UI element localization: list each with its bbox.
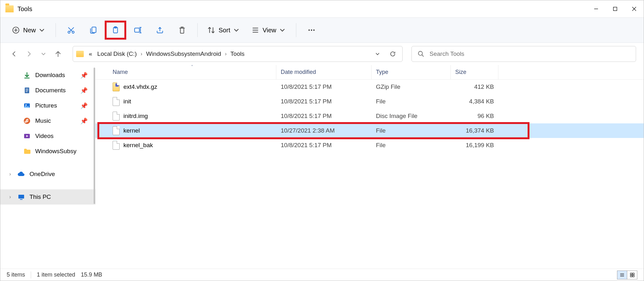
column-header-size[interactable]: Size — [451, 65, 498, 79]
svg-rect-33 — [26, 91, 28, 92]
sort-icon — [207, 26, 215, 34]
breadcrumb-item[interactable]: Local Disk (C:) — [96, 49, 138, 59]
cloud-icon — [17, 170, 25, 178]
address-dropdown-button[interactable] — [371, 48, 384, 60]
pictures-icon — [23, 102, 31, 109]
cut-button[interactable] — [62, 22, 81, 38]
minimize-button[interactable] — [587, 0, 606, 17]
refresh-button[interactable] — [386, 48, 399, 60]
sidebar-scrollbar[interactable] — [93, 66, 95, 267]
folder-icon — [23, 147, 31, 155]
file-name: ext4.vhdx.gz — [123, 83, 157, 90]
sidebar-item-onedrive[interactable]: › OneDrive — [0, 167, 95, 182]
file-size: 16,199 KB — [451, 142, 498, 149]
delete-button[interactable] — [173, 22, 192, 38]
sidebar-item-thispc[interactable]: › This PC — [0, 189, 95, 205]
svg-rect-31 — [26, 89, 28, 89]
file-size: 96 KB — [451, 113, 498, 120]
toolbar: New Sort View — [0, 17, 644, 43]
sidebar-item[interactable]: Videos — [0, 128, 95, 144]
file-row[interactable]: init 10/8/2021 5:17 PM File 4,384 KB — [95, 94, 644, 109]
column-header-name[interactable]: Name ˄ — [108, 65, 276, 79]
thumbnails-view-button[interactable] — [627, 271, 637, 279]
forward-button[interactable] — [23, 48, 35, 60]
chevron-down-icon — [38, 26, 46, 34]
view-toggle-group — [617, 271, 637, 279]
back-button[interactable] — [8, 48, 21, 60]
search-icon — [417, 50, 424, 57]
copy-icon — [89, 26, 97, 34]
search-input[interactable] — [430, 50, 630, 57]
sidebar-item-label: This PC — [30, 193, 51, 200]
file-date: 10/8/2021 5:17 PM — [276, 98, 371, 105]
sidebar-item-label: Music — [35, 117, 51, 124]
sidebar-item-label: Downloads — [35, 72, 65, 79]
pin-icon: 📌 — [80, 117, 88, 125]
breadcrumb-item[interactable]: Tools — [229, 49, 246, 59]
sidebar-item[interactable]: Downloads 📌 — [0, 68, 95, 83]
svg-point-35 — [25, 104, 27, 106]
download-icon — [23, 71, 31, 79]
file-type: File — [371, 142, 451, 149]
separator — [296, 23, 296, 37]
sidebar-item[interactable]: Pictures 📌 — [0, 98, 95, 113]
rename-button[interactable] — [128, 22, 147, 38]
new-button[interactable]: New — [8, 22, 50, 38]
sidebar-item[interactable]: WindowsSubsy — [0, 144, 95, 159]
recent-locations-button[interactable] — [37, 48, 50, 60]
pin-icon: 📌 — [80, 72, 88, 79]
share-button[interactable] — [150, 22, 169, 38]
up-button[interactable] — [52, 48, 64, 60]
paste-button[interactable] — [106, 22, 125, 38]
file-date: 10/8/2021 5:17 PM — [276, 113, 371, 120]
sidebar-item[interactable]: Music 📌 — [0, 113, 95, 128]
file-name: initrd.img — [123, 113, 148, 120]
pin-icon: 📌 — [80, 87, 88, 94]
search-box[interactable] — [411, 46, 636, 62]
view-button[interactable]: View — [247, 22, 290, 38]
document-icon — [23, 87, 31, 94]
svg-rect-39 — [18, 195, 24, 199]
rename-icon — [134, 26, 142, 34]
svg-rect-32 — [26, 90, 28, 91]
file-size: 16,374 KB — [451, 127, 498, 134]
details-view-button[interactable] — [617, 271, 627, 279]
svg-point-24 — [313, 29, 314, 31]
chevron-down-icon — [278, 26, 286, 34]
file-type: File — [371, 127, 451, 134]
status-bar: 5 items 1 item selected 15.9 MB — [0, 269, 644, 281]
new-label: New — [23, 27, 36, 34]
sort-ascending-icon: ˄ — [191, 64, 193, 69]
view-icon — [251, 26, 260, 34]
file-row[interactable]: kernel 10/27/2021 2:38 AM File 16,374 KB — [95, 123, 644, 138]
close-button[interactable] — [625, 0, 644, 17]
separator — [197, 23, 198, 37]
separator — [56, 23, 56, 37]
address-bar[interactable]: « Local Disk (C:) › WindowsSubsystemAndr… — [73, 46, 403, 62]
status-count: 5 items — [7, 271, 25, 278]
expand-icon[interactable]: › — [7, 171, 13, 177]
file-name: kernel_bak — [123, 142, 153, 149]
column-header-date[interactable]: Date modified — [276, 65, 371, 79]
breadcrumb-prefix: « — [88, 49, 94, 59]
svg-rect-40 — [20, 199, 23, 200]
file-date: 10/27/2021 2:38 AM — [276, 127, 371, 134]
svg-point-26 — [418, 51, 423, 56]
maximize-button[interactable] — [606, 0, 625, 17]
ellipsis-icon — [307, 26, 316, 34]
copy-button[interactable] — [84, 22, 103, 38]
sidebar-item[interactable]: Documents 📌 — [0, 83, 95, 98]
file-name: init — [123, 98, 131, 105]
status-selection: 1 item selected — [37, 271, 75, 278]
svg-rect-44 — [630, 273, 632, 275]
svg-rect-45 — [633, 273, 634, 275]
expand-icon[interactable]: › — [7, 194, 13, 200]
file-row[interactable]: initrd.img 10/8/2021 5:17 PM Disc Image … — [95, 109, 644, 123]
sort-button[interactable]: Sort — [203, 22, 244, 38]
file-row[interactable]: ext4.vhdx.gz 10/8/2021 5:17 PM GZip File… — [95, 80, 644, 94]
more-button[interactable] — [302, 22, 321, 38]
pin-icon: 📌 — [80, 102, 88, 109]
breadcrumb-item[interactable]: WindowsSubsystemAndroid — [145, 49, 222, 59]
column-header-type[interactable]: Type — [371, 65, 451, 79]
file-row[interactable]: kernel_bak 10/8/2021 5:17 PM File 16,199… — [95, 138, 644, 153]
